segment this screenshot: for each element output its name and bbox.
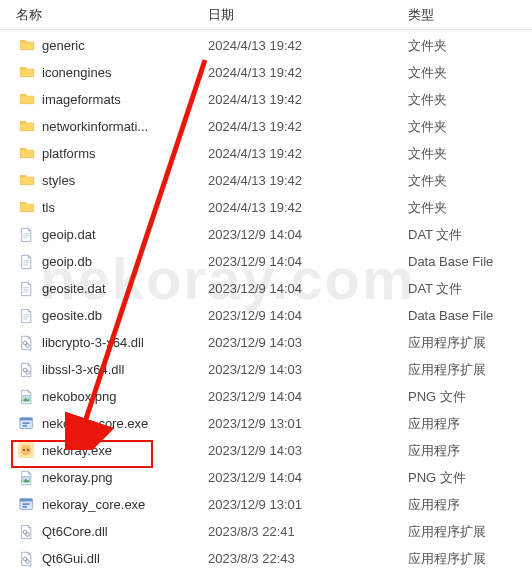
table-row[interactable]: nekoray.png2023/12/9 14:04PNG 文件 bbox=[0, 464, 532, 491]
file-name: libssl-3-x64.dll bbox=[42, 362, 124, 377]
cell-date: 2024/4/13 19:42 bbox=[200, 38, 400, 53]
header-name[interactable]: 名称 bbox=[8, 2, 200, 28]
cell-date: 2023/12/9 14:04 bbox=[200, 389, 400, 404]
cell-date: 2023/12/9 14:03 bbox=[200, 443, 400, 458]
table-row[interactable]: nekoray_core.exe2023/12/9 13:01应用程序 bbox=[0, 491, 532, 518]
cell-name: libssl-3-x64.dll bbox=[8, 361, 200, 379]
cell-date: 2023/12/9 13:01 bbox=[200, 416, 400, 431]
cell-date: 2023/12/9 14:04 bbox=[200, 227, 400, 242]
cell-type: 应用程序扩展 bbox=[400, 361, 532, 379]
file-name: geoip.db bbox=[42, 254, 92, 269]
cell-type: 文件夹 bbox=[400, 172, 532, 190]
cell-name: nekoray.png bbox=[8, 469, 200, 487]
cell-type: DAT 文件 bbox=[400, 280, 532, 298]
cell-name: nekobox_core.exe bbox=[8, 415, 200, 433]
cell-type: 应用程序 bbox=[400, 442, 532, 460]
cell-date: 2023/12/9 14:04 bbox=[200, 470, 400, 485]
cell-type: Data Base File bbox=[400, 254, 532, 269]
file-name: iconengines bbox=[42, 65, 111, 80]
folder-icon bbox=[18, 118, 36, 136]
folder-icon bbox=[18, 199, 36, 217]
cell-type: DAT 文件 bbox=[400, 226, 532, 244]
cell-name: Qt6Gui.dll bbox=[8, 550, 200, 568]
cell-type: 文件夹 bbox=[400, 37, 532, 55]
table-row[interactable]: Qt6Core.dll2023/8/3 22:41应用程序扩展 bbox=[0, 518, 532, 545]
file-name: geosite.db bbox=[42, 308, 102, 323]
cell-name: tls bbox=[8, 199, 200, 217]
table-row[interactable]: geoip.dat2023/12/9 14:04DAT 文件 bbox=[0, 221, 532, 248]
table-row[interactable]: geosite.db2023/12/9 14:04Data Base File bbox=[0, 302, 532, 329]
cell-type: PNG 文件 bbox=[400, 388, 532, 406]
cell-type: 文件夹 bbox=[400, 145, 532, 163]
dll-icon bbox=[18, 361, 36, 379]
folder-icon bbox=[18, 91, 36, 109]
cell-type: 文件夹 bbox=[400, 199, 532, 217]
dll-icon bbox=[18, 523, 36, 541]
cell-date: 2023/12/9 14:04 bbox=[200, 308, 400, 323]
cell-name: platforms bbox=[8, 145, 200, 163]
file-icon bbox=[18, 307, 36, 325]
cell-name: nekobox.png bbox=[8, 388, 200, 406]
cell-type: 应用程序扩展 bbox=[400, 550, 532, 568]
table-row[interactable]: generic2024/4/13 19:42文件夹 bbox=[0, 32, 532, 59]
file-name: nekoray_core.exe bbox=[42, 497, 145, 512]
cell-date: 2023/12/9 14:03 bbox=[200, 335, 400, 350]
table-row[interactable]: imageformats2024/4/13 19:42文件夹 bbox=[0, 86, 532, 113]
table-row[interactable]: geosite.dat2023/12/9 14:04DAT 文件 bbox=[0, 275, 532, 302]
cell-date: 2023/12/9 14:04 bbox=[200, 254, 400, 269]
cell-type: 应用程序扩展 bbox=[400, 334, 532, 352]
table-row[interactable]: nekoray.exe2023/12/9 14:03应用程序 bbox=[0, 437, 532, 464]
table-row[interactable]: platforms2024/4/13 19:42文件夹 bbox=[0, 140, 532, 167]
file-name: Qt6Core.dll bbox=[42, 524, 108, 539]
cell-type: 文件夹 bbox=[400, 64, 532, 82]
folder-icon bbox=[18, 37, 36, 55]
file-name: nekobox_core.exe bbox=[42, 416, 148, 431]
file-name: Qt6Gui.dll bbox=[42, 551, 100, 566]
header-type[interactable]: 类型 bbox=[400, 2, 532, 28]
cell-date: 2023/8/3 22:41 bbox=[200, 524, 400, 539]
dll-icon bbox=[18, 334, 36, 352]
cell-type: 文件夹 bbox=[400, 118, 532, 136]
cell-type: Data Base File bbox=[400, 308, 532, 323]
cell-name: imageformats bbox=[8, 91, 200, 109]
cell-date: 2024/4/13 19:42 bbox=[200, 173, 400, 188]
cell-type: 应用程序扩展 bbox=[400, 523, 532, 541]
file-icon bbox=[18, 226, 36, 244]
file-name: nekobox.png bbox=[42, 389, 116, 404]
cell-type: PNG 文件 bbox=[400, 469, 532, 487]
file-name: geosite.dat bbox=[42, 281, 106, 296]
table-row[interactable]: nekobox_core.exe2023/12/9 13:01应用程序 bbox=[0, 410, 532, 437]
table-row[interactable]: libcrypto-3-x64.dll2023/12/9 14:03应用程序扩展 bbox=[0, 329, 532, 356]
cell-date: 2024/4/13 19:42 bbox=[200, 200, 400, 215]
cell-date: 2023/12/9 14:03 bbox=[200, 362, 400, 377]
png-icon bbox=[18, 388, 36, 406]
file-name: libcrypto-3-x64.dll bbox=[42, 335, 144, 350]
table-row[interactable]: tls2024/4/13 19:42文件夹 bbox=[0, 194, 532, 221]
table-row[interactable]: iconengines2024/4/13 19:42文件夹 bbox=[0, 59, 532, 86]
cell-name: nekoray.exe bbox=[8, 442, 200, 460]
cell-name: geosite.db bbox=[8, 307, 200, 325]
cell-name: networkinformati... bbox=[8, 118, 200, 136]
folder-icon bbox=[18, 145, 36, 163]
cell-date: 2024/4/13 19:42 bbox=[200, 119, 400, 134]
header-date[interactable]: 日期 bbox=[200, 2, 400, 28]
cell-type: 应用程序 bbox=[400, 496, 532, 514]
table-row[interactable]: libssl-3-x64.dll2023/12/9 14:03应用程序扩展 bbox=[0, 356, 532, 383]
cell-date: 2023/12/9 13:01 bbox=[200, 497, 400, 512]
file-list: generic2024/4/13 19:42文件夹iconengines2024… bbox=[0, 30, 532, 572]
cell-date: 2024/4/13 19:42 bbox=[200, 92, 400, 107]
table-row[interactable]: networkinformati...2024/4/13 19:42文件夹 bbox=[0, 113, 532, 140]
table-row[interactable]: styles2024/4/13 19:42文件夹 bbox=[0, 167, 532, 194]
exe-icon bbox=[18, 496, 36, 514]
file-name: geoip.dat bbox=[42, 227, 96, 242]
cell-date: 2024/4/13 19:42 bbox=[200, 146, 400, 161]
dll-icon bbox=[18, 550, 36, 568]
table-row[interactable]: Qt6Gui.dll2023/8/3 22:43应用程序扩展 bbox=[0, 545, 532, 572]
file-icon bbox=[18, 280, 36, 298]
table-row[interactable]: nekobox.png2023/12/9 14:04PNG 文件 bbox=[0, 383, 532, 410]
folder-icon bbox=[18, 64, 36, 82]
table-row[interactable]: geoip.db2023/12/9 14:04Data Base File bbox=[0, 248, 532, 275]
cell-name: geoip.dat bbox=[8, 226, 200, 244]
exe-icon bbox=[18, 415, 36, 433]
file-name: networkinformati... bbox=[42, 119, 148, 134]
